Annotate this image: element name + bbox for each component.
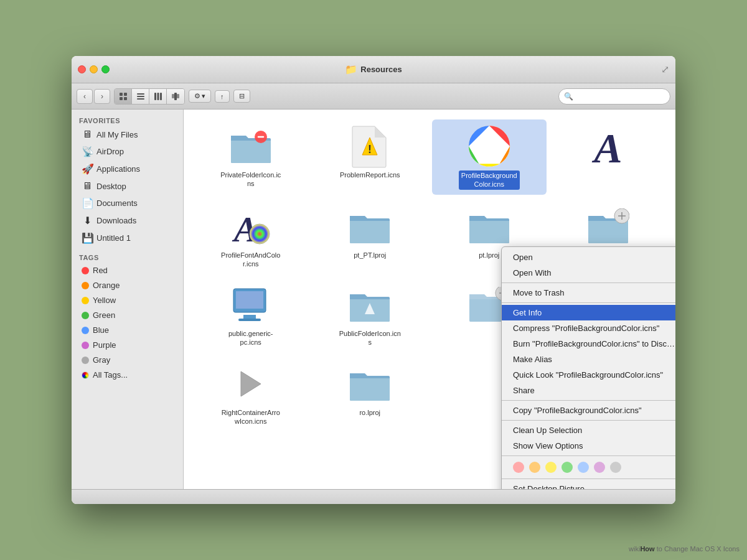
svg-rect-10 bbox=[172, 94, 174, 98]
svg-rect-7 bbox=[154, 93, 156, 100]
menu-item-share[interactable]: Share ▶ bbox=[502, 383, 675, 398]
menu-item-label: Share bbox=[513, 386, 535, 395]
sidebar-item-label: Gray bbox=[93, 355, 110, 365]
color-dot-yellow[interactable] bbox=[545, 462, 557, 473]
arrange-button[interactable]: ⊟ bbox=[233, 90, 250, 103]
svg-rect-1 bbox=[124, 93, 127, 96]
file-item-profile-bg[interactable]: ProfileBackgroundColor.icns bbox=[432, 119, 547, 195]
close-button[interactable] bbox=[78, 65, 86, 73]
color-dot-gray[interactable] bbox=[610, 462, 621, 473]
search-box[interactable]: 🔍 bbox=[558, 88, 670, 105]
minimize-button[interactable] bbox=[90, 65, 98, 73]
menu-item-open-with[interactable]: Open With ▶ bbox=[502, 265, 675, 281]
share-button[interactable]: ↑ bbox=[215, 90, 230, 103]
green-tag-dot bbox=[82, 312, 89, 319]
fullscreen-button[interactable]: ⤢ bbox=[661, 63, 669, 75]
color-dot-blue[interactable] bbox=[578, 462, 589, 473]
sidebar-item-green[interactable]: Green bbox=[74, 308, 181, 322]
sidebar-item-red[interactable]: Red bbox=[74, 263, 181, 278]
gear-icon: ⚙ bbox=[194, 92, 200, 100]
sidebar-item-orange[interactable]: Orange bbox=[74, 278, 181, 292]
sidebar-item-applications[interactable]: 🚀 Applications bbox=[74, 161, 181, 177]
menu-item-label: Move to Trash bbox=[513, 288, 564, 297]
menu-item-label: Show View Options bbox=[513, 441, 583, 450]
sidebar-item-documents[interactable]: 📄 Documents bbox=[74, 195, 181, 212]
file-icon bbox=[467, 205, 511, 248]
menu-item-set-desktop[interactable]: Set Desktop Picture bbox=[502, 481, 675, 489]
title-label: Resources bbox=[360, 65, 402, 74]
finder-window: 📁 Resources ⤢ ‹ › ⚙ ▾ bbox=[72, 56, 675, 504]
color-dot-purple[interactable] bbox=[594, 462, 605, 473]
sidebar-item-label: Green bbox=[93, 310, 115, 320]
file-item-font-icon[interactable]: A bbox=[552, 119, 666, 195]
file-item-ro-lproj[interactable]: ro.lproj bbox=[313, 357, 428, 431]
share-icon: ↑ bbox=[220, 93, 224, 100]
svg-rect-9 bbox=[160, 93, 162, 100]
svg-rect-8 bbox=[157, 93, 159, 100]
color-dot-green[interactable] bbox=[561, 462, 573, 473]
menu-item-compress[interactable]: Compress "ProfileBackgroundColor.icns" bbox=[502, 320, 675, 336]
sidebar-item-blue[interactable]: Blue bbox=[74, 323, 181, 337]
menu-item-quick-look[interactable]: Quick Look "ProfileBackgroundColor.icns" bbox=[502, 367, 675, 383]
sidebar-item-gray[interactable]: Gray bbox=[74, 353, 181, 367]
back-button[interactable]: ‹ bbox=[77, 89, 93, 104]
sidebar-item-untitled[interactable]: 💾 Untitled 1 bbox=[74, 230, 181, 246]
file-name: pt_PT.lproj bbox=[354, 251, 386, 259]
maximize-button[interactable] bbox=[101, 65, 110, 73]
sidebar-item-label: Purple bbox=[93, 340, 116, 350]
file-icon: A bbox=[229, 205, 273, 248]
favorites-header: FAVORITES bbox=[72, 114, 183, 126]
menu-item-label: Clean Up Selection bbox=[513, 426, 582, 435]
column-view-button[interactable] bbox=[149, 89, 167, 104]
red-tag-dot bbox=[82, 267, 89, 274]
sidebar-item-airdrop[interactable]: 📡 AirDrop bbox=[74, 143, 181, 160]
desktop-icon: 🖥 bbox=[82, 180, 93, 192]
menu-item-show-view-options[interactable]: Show View Options bbox=[502, 438, 675, 454]
forward-button[interactable]: › bbox=[94, 89, 110, 104]
file-item-private-folder[interactable]: PrivateFolderIcon.icns bbox=[194, 119, 308, 195]
title-folder-icon: 📁 bbox=[345, 63, 357, 75]
menu-item-burn[interactable]: Burn "ProfileBackgroundColor.icns" to Di… bbox=[502, 336, 675, 352]
icon-view-button[interactable] bbox=[115, 89, 132, 104]
sidebar-item-all-my-files[interactable]: 🖥 All My Files bbox=[74, 126, 181, 142]
coverflow-view-button[interactable] bbox=[167, 89, 184, 104]
menu-item-label: Set Desktop Picture bbox=[513, 484, 585, 489]
action-button[interactable]: ⚙ ▾ bbox=[189, 90, 211, 103]
menu-separator bbox=[502, 455, 675, 456]
file-icon bbox=[586, 205, 630, 248]
file-icon bbox=[348, 205, 392, 248]
menu-item-get-info[interactable]: Get Info bbox=[502, 305, 675, 320]
file-item-problem-report[interactable]: ! ProblemReport.icns bbox=[313, 119, 428, 195]
file-icon bbox=[229, 283, 273, 327]
sidebar-item-desktop[interactable]: 🖥 Desktop bbox=[74, 178, 181, 194]
file-item-generic-pc[interactable]: public.generic-pc.icns bbox=[194, 278, 308, 352]
view-toggle bbox=[114, 88, 185, 105]
sidebar: FAVORITES 🖥 All My Files 📡 AirDrop 🚀 App… bbox=[72, 110, 184, 489]
sidebar-item-all-tags[interactable]: All Tags... bbox=[74, 368, 181, 382]
menu-item-move-to-trash[interactable]: Move to Trash bbox=[502, 285, 675, 301]
file-item-profile-font[interactable]: A ProfileFontAndColor. bbox=[194, 200, 308, 274]
status-bar bbox=[72, 489, 675, 504]
file-icon: ! bbox=[348, 124, 392, 168]
menu-item-label: Open With bbox=[513, 268, 551, 278]
sidebar-item-purple[interactable]: Purple bbox=[74, 338, 181, 352]
untitled-icon: 💾 bbox=[82, 232, 93, 244]
color-dot-red[interactable] bbox=[513, 462, 524, 473]
sidebar-item-label: All Tags... bbox=[93, 370, 128, 380]
menu-item-open[interactable]: Open bbox=[502, 250, 675, 265]
file-item-right-container[interactable]: RightContainerArrowIcon.icns bbox=[194, 357, 308, 431]
wikihow-badge: wikiHow to Change Mac OS X Icons bbox=[629, 545, 740, 553]
sidebar-item-label: Documents bbox=[96, 198, 138, 208]
menu-item-label: Copy "ProfileBackgroundColor.icns" bbox=[513, 406, 642, 415]
search-input[interactable] bbox=[576, 92, 665, 101]
sidebar-item-downloads[interactable]: ⬇ Downloads bbox=[74, 212, 181, 229]
list-view-button[interactable] bbox=[132, 89, 149, 104]
color-dot-orange[interactable] bbox=[529, 462, 540, 473]
file-item-public-folder[interactable]: PublicFolderIcon.icns bbox=[313, 278, 428, 352]
sidebar-item-yellow[interactable]: Yellow bbox=[74, 293, 181, 307]
file-name: RightContainerArrowIcon.icns bbox=[222, 408, 280, 426]
menu-item-clean-up[interactable]: Clean Up Selection bbox=[502, 422, 675, 438]
menu-item-copy[interactable]: Copy "ProfileBackgroundColor.icns" bbox=[502, 403, 675, 418]
file-item-pt-pt[interactable]: pt_PT.lproj bbox=[313, 200, 428, 274]
menu-item-make-alias[interactable]: Make Alias bbox=[502, 352, 675, 367]
